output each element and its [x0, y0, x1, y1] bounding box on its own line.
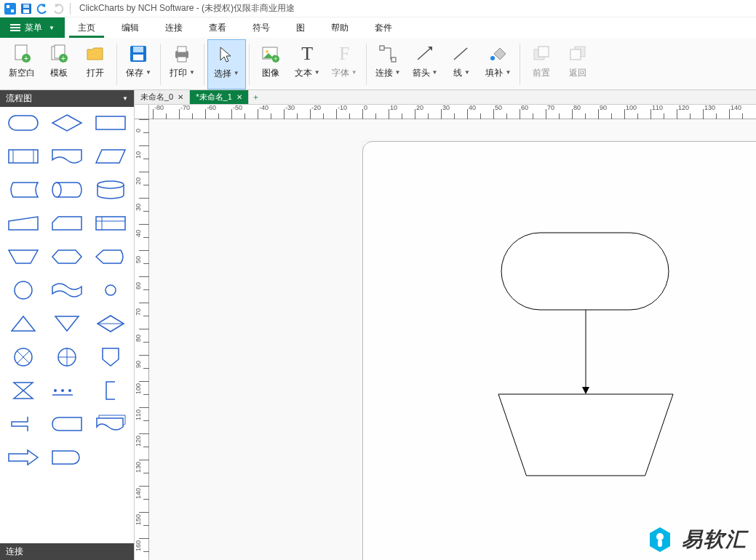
close-icon[interactable]: ✕ — [178, 93, 183, 101]
shape-transfer[interactable] — [7, 412, 39, 436]
shape-preparation[interactable] — [51, 245, 83, 268]
svg-rect-15 — [133, 55, 143, 60]
app-icon[interactable] — [3, 1, 17, 16]
svg-rect-39 — [96, 217, 125, 230]
shape-internal-storage[interactable] — [95, 212, 127, 235]
shape-card[interactable] — [51, 212, 83, 235]
shape-terminator[interactable] — [7, 111, 39, 135]
toolbar: + 新空白 + 模板 打开 保存▼ 打印▼ 选择▼ + 图像 T 文本▼ F 字… — [0, 38, 756, 90]
shape-manual-op[interactable] — [7, 245, 39, 268]
tab-edit[interactable]: 编辑 — [108, 17, 152, 38]
shape-delay-alt[interactable] — [51, 446, 83, 469]
chevron-down-icon[interactable]: ▼ — [314, 69, 320, 76]
front-button[interactable]: 前置 — [523, 39, 560, 89]
shape-direct-data[interactable] — [51, 178, 83, 201]
save-button[interactable]: 保存▼ — [120, 39, 157, 89]
shape-data[interactable] — [95, 145, 127, 168]
canvas-shapes[interactable] — [149, 119, 756, 560]
redo-icon[interactable] — [51, 1, 65, 16]
shape-bracket[interactable] — [95, 379, 127, 402]
shape-connector[interactable] — [7, 279, 39, 302]
shape-loop[interactable] — [51, 412, 83, 436]
text-button[interactable]: T 文本▼ — [289, 39, 326, 89]
shape-or[interactable] — [7, 345, 39, 369]
toolbar-label: 填补 — [485, 67, 503, 79]
chevron-down-icon[interactable]: ▼ — [189, 69, 195, 76]
print-icon — [170, 42, 194, 65]
tab-symbol[interactable]: 符号 — [239, 17, 283, 38]
tab-label: 连接 — [165, 22, 183, 34]
tab-suite[interactable]: 套件 — [362, 17, 405, 38]
sidebar-header[interactable]: 流程图 ▼ — [0, 90, 134, 107]
close-icon[interactable]: ✕ — [236, 93, 242, 101]
shape-sort[interactable] — [95, 312, 127, 335]
tab-help[interactable]: 帮助 — [318, 17, 362, 38]
toolbar-label: 箭头 — [413, 67, 430, 79]
open-button[interactable]: 打开 — [77, 39, 114, 89]
shape-process[interactable] — [95, 111, 127, 135]
menu-button[interactable]: 菜单 ▼ — [0, 17, 65, 38]
shape-multidoc[interactable] — [95, 412, 127, 436]
toolbar-separator — [116, 44, 117, 85]
document-tab-label: *未命名_1 — [196, 92, 232, 103]
connect-button[interactable]: 连接▼ — [370, 39, 407, 89]
select-button[interactable]: 选择▼ — [207, 39, 246, 89]
svg-rect-0 — [4, 3, 16, 15]
document-tab[interactable]: *未命名_1 ✕ — [190, 90, 249, 104]
chevron-down-icon: ▼ — [49, 25, 55, 31]
shape-decision[interactable] — [51, 111, 83, 135]
add-document-button[interactable]: ＋ — [249, 92, 263, 103]
ruler-horizontal: -80-70-60-50-40-30-20-100102030405060708… — [149, 105, 756, 119]
tab-view[interactable]: 查看 — [196, 17, 239, 38]
fill-button[interactable]: 填补▼ — [480, 39, 517, 89]
shape-sum[interactable] — [51, 345, 83, 369]
print-button[interactable]: 打印▼ — [164, 39, 201, 89]
shape-delay[interactable] — [51, 379, 83, 402]
shape-predefined[interactable] — [7, 145, 39, 168]
shape-arrow-right[interactable] — [7, 446, 39, 469]
window-title: ClickCharts by NCH Software - (未授权)仅限非商业… — [79, 2, 295, 15]
chevron-down-icon[interactable]: ▼ — [395, 69, 401, 76]
chevron-down-icon[interactable]: ▼ — [505, 69, 511, 76]
tab-chart[interactable]: 图 — [283, 17, 318, 38]
sidebar: 流程图 ▼ — [0, 90, 135, 560]
shape-collate[interactable] — [7, 379, 39, 402]
back-button[interactable]: 返回 — [560, 39, 596, 89]
arrow-button[interactable]: 箭头▼ — [407, 39, 444, 89]
chevron-down-icon[interactable]: ▼ — [432, 69, 438, 76]
chevron-down-icon[interactable]: ▼ — [146, 69, 151, 76]
shape-stored-data[interactable] — [7, 178, 39, 201]
chevron-down-icon[interactable]: ▼ — [234, 70, 239, 76]
tab-label: 符号 — [252, 22, 270, 34]
svg-point-102 — [656, 533, 664, 540]
font-button[interactable]: F 字体▼ — [326, 39, 363, 89]
shape-offpage[interactable] — [95, 345, 127, 369]
undo-icon[interactable] — [35, 1, 49, 16]
shape-extract[interactable] — [7, 312, 39, 335]
shape-merge[interactable] — [51, 312, 83, 335]
image-button[interactable]: + 图像 — [252, 39, 289, 89]
svg-rect-100 — [501, 233, 669, 310]
tab-home[interactable]: 主页 — [65, 17, 108, 38]
shape-document[interactable] — [51, 145, 83, 168]
sidebar-footer[interactable]: 连接 — [0, 543, 134, 560]
watermark-logo-icon — [645, 525, 675, 554]
svg-rect-4 — [23, 4, 29, 8]
shape-display[interactable] — [95, 245, 127, 268]
save-quick-icon[interactable] — [19, 1, 33, 16]
shape-connector-small[interactable] — [95, 279, 127, 302]
template-button[interactable]: + 模板 — [41, 39, 77, 89]
shape-manual-input[interactable] — [7, 212, 39, 235]
shape-tape[interactable] — [51, 279, 83, 302]
menu-button-label: 菜单 — [25, 22, 42, 34]
document-tab[interactable]: 未命名_0 ✕ — [135, 90, 190, 104]
tab-connect[interactable]: 连接 — [152, 17, 196, 38]
line-button[interactable]: 线▼ — [443, 39, 480, 89]
canvas[interactable] — [149, 119, 756, 560]
chevron-down-icon[interactable]: ▼ — [351, 69, 357, 76]
new-blank-button[interactable]: + 新空白 — [3, 39, 41, 89]
shape-database[interactable] — [95, 178, 127, 201]
chevron-down-icon[interactable]: ▼ — [464, 69, 470, 76]
select-icon — [214, 43, 239, 66]
tab-label: 图 — [296, 22, 305, 34]
